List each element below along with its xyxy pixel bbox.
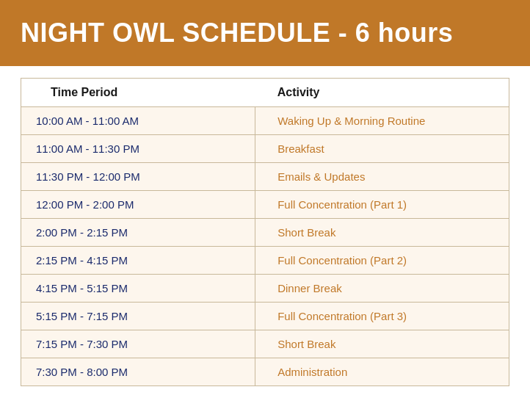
table-row: 11:00 AM - 11:30 PMBreakfast (21, 135, 509, 163)
activity-cell: Administration (255, 358, 509, 386)
activity-header: Activity (255, 79, 509, 107)
table-row: 11:30 PM - 12:00 PMEmails & Updates (21, 163, 509, 191)
activity-cell: Dinner Break (255, 275, 509, 303)
page-title: NIGHT OWL SCHEDULE - 6 hours (21, 18, 509, 48)
activity-cell: Short Break (255, 219, 509, 247)
time-cell: 5:15 PM - 7:15 PM (21, 303, 255, 330)
time-cell: 11:30 PM - 12:00 PM (21, 163, 255, 191)
header-banner: NIGHT OWL SCHEDULE - 6 hours (0, 0, 530, 66)
time-cell: 2:00 PM - 2:15 PM (21, 219, 255, 247)
table-row: 12:00 PM - 2:00 PMFull Concentration (Pa… (21, 191, 509, 219)
table-row: 2:00 PM - 2:15 PMShort Break (21, 219, 509, 247)
page-container: NIGHT OWL SCHEDULE - 6 hours Time Period… (0, 0, 530, 401)
table-row: 10:00 AM - 11:00 AMWaking Up & Morning R… (21, 107, 509, 135)
time-cell: 2:15 PM - 4:15 PM (21, 247, 255, 275)
table-row: 4:15 PM - 5:15 PMDinner Break (21, 275, 509, 303)
activity-cell: Full Concentration (Part 3) (255, 303, 509, 330)
activity-cell: Breakfast (255, 135, 509, 163)
activity-cell: Full Concentration (Part 2) (255, 247, 509, 275)
time-cell: 10:00 AM - 11:00 AM (21, 107, 255, 135)
time-cell: 4:15 PM - 5:15 PM (21, 275, 255, 303)
table-row: 2:15 PM - 4:15 PMFull Concentration (Par… (21, 247, 509, 275)
time-cell: 11:00 AM - 11:30 PM (21, 135, 255, 163)
time-cell: 7:30 PM - 8:00 PM (21, 358, 255, 386)
table-row: 7:15 PM - 7:30 PMShort Break (21, 330, 509, 358)
activity-cell: Waking Up & Morning Routine (255, 107, 509, 135)
table-row: 5:15 PM - 7:15 PMFull Concentration (Par… (21, 303, 509, 330)
time-cell: 12:00 PM - 2:00 PM (21, 191, 255, 219)
table-row: 7:30 PM - 8:00 PMAdministration (21, 358, 509, 386)
column-header-row: Time Period Activity (21, 79, 509, 107)
activity-cell: Full Concentration (Part 1) (255, 191, 509, 219)
activity-cell: Emails & Updates (255, 163, 509, 191)
time-cell: 7:15 PM - 7:30 PM (21, 330, 255, 358)
schedule-table: Time Period Activity 10:00 AM - 11:00 AM… (21, 78, 509, 386)
activity-cell: Short Break (255, 330, 509, 358)
table-section: Time Period Activity 10:00 AM - 11:00 AM… (0, 66, 530, 401)
time-period-header: Time Period (21, 79, 255, 107)
